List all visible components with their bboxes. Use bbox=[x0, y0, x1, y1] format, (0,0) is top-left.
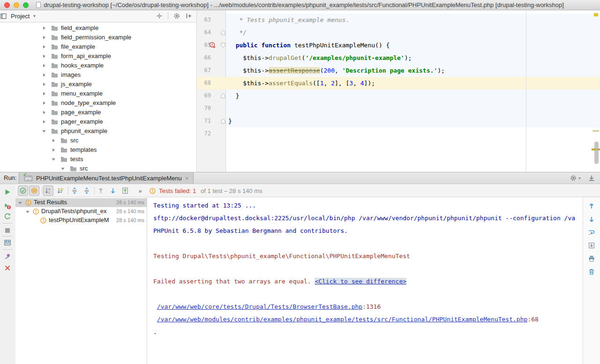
toggle-auto-test-button[interactable] bbox=[4, 213, 11, 220]
chevron-right-icon[interactable] bbox=[42, 82, 46, 87]
project-tree-item[interactable]: tests bbox=[0, 155, 196, 164]
console-link[interactable]: /var/www/web/core/tests/Drupal/Tests/Bro… bbox=[157, 303, 362, 310]
chevron-right-icon[interactable] bbox=[51, 148, 56, 152]
close-button[interactable] bbox=[4, 264, 11, 272]
fold-marker-icon[interactable] bbox=[221, 43, 225, 48]
project-tree-item[interactable]: js_example bbox=[0, 80, 196, 89]
run-button[interactable] bbox=[4, 188, 11, 196]
project-tree-item[interactable]: templates bbox=[0, 145, 196, 155]
clear-all-button[interactable] bbox=[588, 268, 595, 275]
next-failed-test-button[interactable] bbox=[108, 186, 118, 196]
scroll-from-source-icon[interactable] bbox=[156, 12, 163, 20]
console-link[interactable]: <Click to see difference> bbox=[315, 278, 406, 285]
project-panel-header[interactable]: Project ▼ bbox=[0, 10, 196, 22]
project-tree-item[interactable]: hooks_example bbox=[0, 61, 196, 70]
show-ignored-button[interactable] bbox=[29, 186, 39, 196]
chevron-right-icon[interactable] bbox=[42, 26, 46, 30]
chevron-right-icon[interactable] bbox=[42, 110, 46, 115]
fold-marker-icon[interactable] bbox=[221, 93, 225, 98]
toolbar-separator bbox=[3, 236, 12, 237]
console-text bbox=[153, 303, 157, 310]
error-stripe-mark[interactable] bbox=[594, 13, 598, 16]
chevron-down-icon[interactable] bbox=[18, 201, 22, 205]
folder-icon bbox=[51, 62, 58, 68]
editor-scrollbar[interactable] bbox=[594, 141, 599, 164]
project-tree-item[interactable]: menu_example bbox=[0, 89, 196, 98]
project-tree-item[interactable]: file_example bbox=[0, 42, 196, 52]
line-number: 71 bbox=[197, 115, 211, 127]
project-tree-item-label: field_permission_example bbox=[61, 34, 131, 41]
hide-panel-icon[interactable] bbox=[185, 12, 193, 20]
down-stack-trace-button[interactable] bbox=[588, 215, 595, 223]
project-tree-item-label: js_example bbox=[61, 81, 92, 88]
project-tree-item[interactable]: form_api_example bbox=[0, 52, 196, 61]
code-editor[interactable]: 63 * Tests phpunit_example menus.64 */65… bbox=[197, 10, 600, 172]
run-tab[interactable]: php✓ PHPUnitExampleMenuTest.testPhpUnitE… bbox=[19, 172, 194, 184]
chevron-right-icon[interactable] bbox=[42, 119, 46, 124]
restore-layout-button[interactable] bbox=[4, 239, 11, 246]
chevron-down-icon[interactable] bbox=[42, 129, 46, 134]
chevron-down-icon[interactable] bbox=[51, 157, 56, 162]
pin-tab-button[interactable] bbox=[4, 253, 11, 260]
chevron-right-icon[interactable] bbox=[42, 35, 46, 40]
code-segment-num: 4 bbox=[360, 80, 364, 87]
code-segment-plain bbox=[228, 42, 236, 49]
code-segment-cmt: * Tests phpunit_example menus. bbox=[228, 16, 349, 23]
soft-wrap-button[interactable] bbox=[588, 229, 595, 236]
code-segment-cmt: */ bbox=[228, 29, 247, 36]
stop-button[interactable] bbox=[4, 227, 11, 234]
chevron-down-icon[interactable] bbox=[25, 209, 30, 214]
close-tab-icon[interactable]: × bbox=[185, 175, 189, 182]
chevron-right-icon[interactable] bbox=[42, 45, 46, 49]
hide-toolwindow-button[interactable] bbox=[588, 174, 595, 182]
test-failed-icon[interactable] bbox=[209, 42, 216, 49]
chevron-right-icon[interactable] bbox=[42, 91, 46, 96]
run-panel-body: az» Tests failed: 1 of 1 test – 28 s 140… bbox=[0, 184, 600, 364]
chevron-down-icon[interactable]: ▼ bbox=[32, 14, 36, 18]
project-tree-item[interactable]: images bbox=[0, 70, 196, 80]
minimize-window-button[interactable] bbox=[14, 2, 19, 8]
import-test-results-button[interactable] bbox=[120, 186, 130, 196]
project-tree-item[interactable]: field_permission_example bbox=[0, 33, 196, 42]
project-tree-item[interactable]: src bbox=[0, 136, 196, 145]
project-tree-item[interactable]: src bbox=[0, 164, 196, 172]
settings-button[interactable]: ▼ bbox=[570, 174, 581, 182]
print-button[interactable] bbox=[588, 255, 595, 262]
show-passed-button[interactable] bbox=[18, 186, 28, 196]
chevron-right-icon[interactable] bbox=[42, 54, 46, 59]
rerun-failed-tests-button[interactable] bbox=[4, 202, 11, 210]
project-tree-item[interactable]: node_type_example bbox=[0, 98, 196, 108]
up-stack-trace-button[interactable] bbox=[588, 202, 595, 210]
sort-by-duration-button[interactable] bbox=[55, 186, 66, 196]
chevron-right-icon[interactable] bbox=[51, 138, 56, 143]
previous-failed-test-button[interactable] bbox=[96, 186, 106, 196]
chevron-down-icon[interactable] bbox=[60, 166, 65, 171]
project-tree-item[interactable]: pager_example bbox=[0, 117, 196, 126]
svg-text:z: z bbox=[48, 191, 50, 194]
fold-marker-icon[interactable] bbox=[221, 119, 225, 124]
scroll-to-end-button[interactable] bbox=[588, 242, 595, 249]
project-tree-item-label: templates bbox=[70, 146, 97, 153]
settings-icon[interactable] bbox=[173, 12, 180, 20]
test-result-row[interactable]: testPhpUnitExampleM28 s 140 ms bbox=[15, 216, 147, 225]
project-tree-item[interactable]: field_example bbox=[0, 23, 196, 33]
project-tree-item-label: src bbox=[80, 165, 88, 172]
chevron-right-icon[interactable] bbox=[42, 63, 46, 68]
gutter-cell: 70 bbox=[197, 102, 226, 115]
project-tree-item[interactable]: phpunit_example bbox=[0, 126, 196, 136]
sort-alphabetically-button[interactable]: az bbox=[43, 186, 53, 196]
expand-all-button[interactable] bbox=[69, 186, 80, 196]
more-chevrons-button[interactable]: » bbox=[135, 186, 145, 196]
project-tree-item[interactable]: page_example bbox=[0, 108, 196, 117]
zoom-window-button[interactable] bbox=[23, 2, 29, 8]
close-window-button[interactable] bbox=[4, 2, 10, 8]
chevron-right-icon[interactable] bbox=[42, 73, 46, 77]
fold-marker-icon[interactable] bbox=[221, 30, 225, 35]
collapse-all-button[interactable] bbox=[82, 186, 92, 196]
chevron-right-icon[interactable] bbox=[42, 101, 46, 105]
console-link[interactable]: /var/www/web/modules/contrib/examples/ph… bbox=[157, 316, 528, 323]
test-result-row[interactable]: Test Results28 s 140 ms bbox=[15, 198, 147, 207]
error-stripe-mark[interactable] bbox=[592, 130, 599, 132]
test-result-row[interactable]: Drupal\Tests\phpunit_ex28 s 140 ms bbox=[15, 207, 147, 216]
folder-icon bbox=[51, 25, 58, 31]
